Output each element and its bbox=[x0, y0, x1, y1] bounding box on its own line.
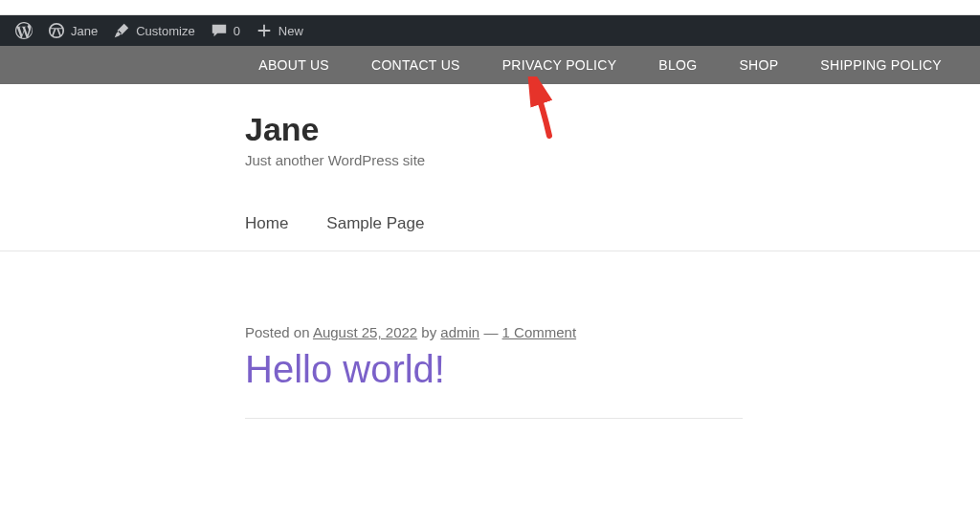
post-meta: Posted on August 25, 2022 by admin — 1 C… bbox=[245, 324, 980, 340]
post-meta-prefix: Posted on bbox=[245, 324, 313, 340]
wordpress-icon bbox=[15, 22, 33, 39]
admin-bar-customize[interactable]: Customize bbox=[105, 15, 202, 46]
post-meta-by: by bbox=[417, 324, 440, 340]
site-title[interactable]: Jane bbox=[245, 111, 980, 148]
wp-admin-bar: Jane Customize 0 New bbox=[0, 15, 980, 46]
nav-about-us[interactable]: ABOUT US bbox=[258, 57, 329, 73]
post-author-link[interactable]: admin bbox=[440, 324, 479, 340]
comment-icon bbox=[211, 22, 228, 39]
admin-bar-comments[interactable]: 0 bbox=[203, 15, 248, 46]
admin-bar-new-label: New bbox=[278, 24, 303, 38]
site-tagline: Just another WordPress site bbox=[245, 152, 980, 168]
admin-bar-new[interactable]: New bbox=[248, 15, 311, 46]
nav-shipping-policy[interactable]: SHIPPING POLICY bbox=[820, 57, 942, 73]
primary-nav: ABOUT US CONTACT US PRIVACY POLICY BLOG … bbox=[0, 46, 980, 84]
admin-bar-customize-label: Customize bbox=[136, 24, 194, 38]
page-nav-sample-page[interactable]: Sample Page bbox=[326, 214, 424, 233]
post-meta-sep: — bbox=[479, 324, 501, 340]
admin-bar-site[interactable]: Jane bbox=[40, 15, 105, 46]
dashboard-icon bbox=[48, 22, 65, 39]
plus-icon bbox=[256, 22, 273, 39]
nav-contact-us[interactable]: CONTACT US bbox=[371, 57, 460, 73]
wp-logo[interactable] bbox=[8, 15, 40, 46]
admin-bar-site-label: Jane bbox=[71, 24, 98, 38]
post: Posted on August 25, 2022 by admin — 1 C… bbox=[245, 251, 980, 419]
brush-icon bbox=[113, 22, 130, 39]
nav-shop[interactable]: SHOP bbox=[739, 57, 778, 73]
nav-blog[interactable]: BLOG bbox=[658, 57, 697, 73]
admin-bar-comment-count: 0 bbox=[234, 24, 240, 38]
page-nav: Home Sample Page bbox=[245, 214, 980, 233]
post-divider bbox=[245, 418, 743, 419]
page-nav-home[interactable]: Home bbox=[245, 214, 288, 233]
post-comments-link[interactable]: 1 Comment bbox=[502, 324, 577, 340]
site-content: Jane Just another WordPress site Home Sa… bbox=[0, 84, 980, 419]
nav-privacy-policy[interactable]: PRIVACY POLICY bbox=[502, 57, 617, 73]
browser-chrome-strip bbox=[0, 0, 980, 15]
post-title-link[interactable]: Hello world! bbox=[245, 348, 980, 391]
post-date-link[interactable]: August 25, 2022 bbox=[313, 324, 417, 340]
